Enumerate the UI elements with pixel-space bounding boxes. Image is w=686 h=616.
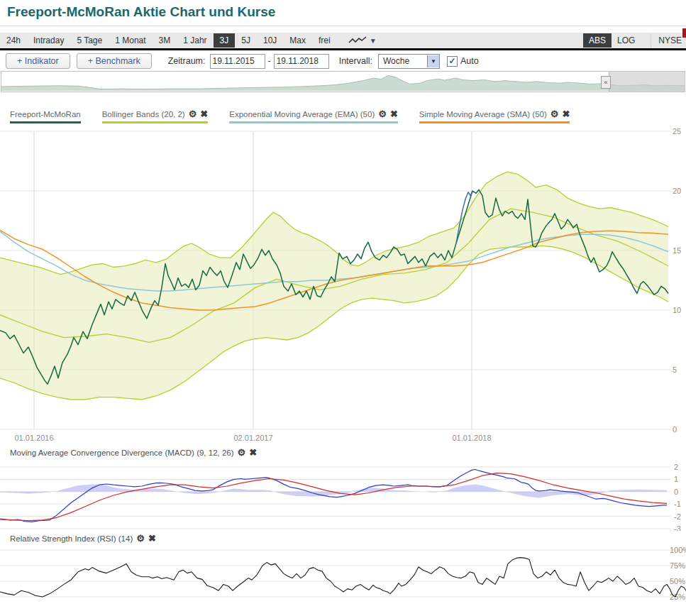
chevron-down-icon: ▼ — [370, 37, 377, 45]
legend-label: Freeport-McMoRan — [10, 110, 81, 119]
navigator-resize-handle[interactable]: « — [601, 76, 611, 89]
legend-label: Exponential Moving Average (EMA) (50) — [229, 110, 375, 119]
close-icon[interactable]: ✖ — [148, 534, 156, 543]
macd-chart: 210-1-2-3 — [0, 463, 686, 531]
close-icon[interactable]: ✖ — [562, 109, 570, 119]
navigator-chart[interactable] — [1, 72, 685, 92]
legend-label: Bollinger Bands (20, 2) — [102, 110, 185, 119]
svg-text:01.01.2016: 01.01.2016 — [14, 434, 53, 442]
tab-1-monat[interactable]: 1 Monat — [109, 33, 152, 48]
close-icon[interactable]: ✖ — [200, 109, 208, 119]
line-chart-icon — [348, 36, 367, 45]
svg-text:0: 0 — [674, 488, 678, 496]
svg-text:10: 10 — [673, 306, 681, 314]
svg-text:25: 25 — [673, 128, 681, 136]
page-title: Freeport-McMoRan Aktie Chart und Kurse — [7, 4, 275, 20]
legend-item-price[interactable]: Freeport-McMoRan — [10, 110, 81, 123]
svg-text:0: 0 — [673, 425, 677, 434]
main-price-chart: 252015105001.01.201602.01.201701.01.2018 — [0, 128, 686, 446]
close-icon[interactable]: ✖ — [390, 109, 398, 119]
exchange-label: NYSE — [651, 33, 686, 48]
legend-item-sma[interactable]: Simple Moving Average (SMA) (50) ⚙ ✖ — [419, 109, 570, 123]
date-from-input[interactable] — [210, 54, 265, 69]
title-divider — [0, 26, 686, 26]
svg-text:100%: 100% — [670, 546, 686, 554]
auto-checkbox[interactable]: ✓ — [447, 56, 458, 67]
tab-intraday[interactable]: Intraday — [27, 33, 70, 48]
macd-title-text: Moving Average Convergence Divergence (M… — [10, 449, 234, 457]
gear-icon[interactable]: ⚙ — [551, 109, 559, 119]
scale-abs-button[interactable]: ABS — [583, 33, 612, 48]
svg-text:-2: -2 — [674, 512, 681, 521]
zeitraum-label: Zeitraum: — [168, 56, 206, 66]
svg-text:2: 2 — [674, 463, 678, 471]
legend-item-bollinger[interactable]: Bollinger Bands (20, 2) ⚙ ✖ — [102, 109, 209, 123]
auto-label: Auto — [460, 56, 479, 66]
date-separator: - — [268, 56, 271, 66]
svg-text:15: 15 — [673, 246, 681, 255]
rsi-panel-title: Relative Strength Index (RSI) (14) ⚙ ✖ — [10, 534, 156, 543]
date-to-input[interactable] — [274, 54, 329, 69]
intervall-label: Intervall: — [339, 56, 372, 66]
svg-text:75%: 75% — [670, 561, 685, 570]
svg-text:5: 5 — [673, 365, 677, 374]
clipped-edge-element — [682, 28, 686, 38]
range-navigator[interactable]: « — [1, 71, 685, 92]
gear-icon[interactable]: ⚙ — [238, 448, 246, 457]
tab-frei[interactable]: frei — [312, 33, 337, 48]
chart-page: Freeport-McMoRan Aktie Chart und Kurse 2… — [0, 0, 686, 616]
interval-select[interactable]: Woche ▼ — [378, 54, 440, 69]
chart-toolbar: + Indikator + Benchmark Zeitraum: - Inte… — [6, 53, 683, 70]
svg-text:20: 20 — [673, 187, 681, 195]
gear-icon[interactable]: ⚙ — [378, 109, 387, 119]
gear-icon[interactable]: ⚙ — [189, 109, 197, 119]
tab-5-tage[interactable]: 5 Tage — [70, 33, 109, 48]
legend-label: Simple Moving Average (SMA) (50) — [419, 110, 547, 119]
add-indicator-button[interactable]: + Indikator — [6, 53, 70, 69]
chart-type-selector[interactable]: ▼ — [348, 36, 377, 45]
macd-panel-title: Moving Average Convergence Divergence (M… — [10, 448, 257, 457]
series-legend: Freeport-McMoRan Bollinger Bands (20, 2)… — [10, 109, 680, 123]
navigator-unselected-region[interactable] — [609, 72, 685, 92]
range-tabbar: 24h Intraday 5 Tage 1 Monat 3M 1 Jahr 3J… — [0, 33, 686, 48]
scale-log-button[interactable]: LOG — [612, 33, 641, 48]
gear-icon[interactable]: ⚙ — [136, 534, 145, 543]
close-icon[interactable]: ✖ — [249, 448, 257, 457]
tab-10j[interactable]: 10J — [257, 33, 283, 48]
interval-select-value: Woche — [379, 56, 427, 66]
tab-1-jahr[interactable]: 1 Jahr — [177, 33, 213, 48]
svg-text:50%: 50% — [670, 577, 685, 585]
select-dropdown-icon[interactable]: ▼ — [427, 55, 439, 67]
svg-text:02.01.2017: 02.01.2017 — [233, 434, 272, 442]
tab-5j[interactable]: 5J — [235, 33, 257, 48]
legend-item-ema[interactable]: Exponential Moving Average (EMA) (50) ⚙ … — [229, 109, 398, 123]
rsi-title-text: Relative Strength Index (RSI) (14) — [10, 534, 133, 543]
tab-24h[interactable]: 24h — [0, 33, 27, 48]
add-benchmark-button[interactable]: + Benchmark — [77, 53, 152, 69]
tabbar-underline — [0, 48, 686, 50]
svg-text:-3: -3 — [674, 524, 681, 531]
svg-text:-1: -1 — [674, 500, 681, 508]
svg-text:1: 1 — [674, 475, 678, 483]
tab-max[interactable]: Max — [283, 33, 312, 48]
tab-3m[interactable]: 3M — [153, 33, 177, 48]
svg-text:01.01.2018: 01.01.2018 — [452, 434, 491, 442]
rsi-chart: 100%75%50%25% — [0, 546, 686, 616]
tab-3j[interactable]: 3J — [214, 33, 236, 48]
